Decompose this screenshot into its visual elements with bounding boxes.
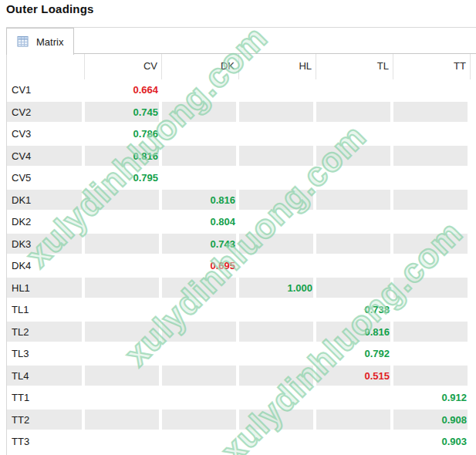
table-row[interactable]: CV10.664 (7, 79, 471, 102)
value-cell: 0.816 (316, 322, 393, 344)
value-cell (393, 167, 471, 190)
value-cell (316, 387, 393, 410)
value-cell (393, 322, 471, 344)
table-row[interactable]: HL11.000 (7, 278, 471, 300)
value-cell (85, 190, 162, 212)
column-header-tt: TT (393, 54, 471, 79)
value-cell (393, 211, 471, 234)
matrix-body: CV10.664CV20.745CV30.786CV40.816CV50.795… (7, 79, 471, 453)
value-cell: 0.792 (316, 343, 393, 366)
table-row[interactable]: DK30.743 (7, 234, 471, 256)
row-label: TT2 (7, 410, 85, 432)
table-row[interactable]: TL20.816 (7, 322, 471, 344)
value-cell (393, 190, 471, 212)
value-cell: 0.816 (162, 190, 239, 212)
value-cell (162, 123, 239, 146)
value-cell (162, 387, 239, 410)
table-row[interactable]: CV40.816 (7, 146, 471, 168)
value-cell (316, 410, 393, 432)
value-cell (316, 146, 393, 168)
value-cell (316, 255, 393, 278)
column-header-dk: DK (162, 54, 239, 79)
value-cell (316, 278, 393, 300)
row-label: CV3 (7, 123, 85, 146)
value-cell: 0.903 (393, 431, 471, 453)
table-row[interactable]: DK10.816 (7, 190, 471, 212)
tab-strip: Matrix (6, 27, 476, 54)
value-cell (85, 234, 162, 256)
table-row[interactable]: DK40.695 (7, 255, 471, 278)
value-cell: 0.795 (85, 167, 162, 190)
row-label: TT1 (7, 387, 85, 410)
page-title: Outer Loadings (6, 2, 94, 15)
value-cell (393, 366, 471, 388)
value-cell (239, 211, 316, 234)
value-cell (239, 431, 316, 453)
value-cell (316, 102, 393, 124)
value-cell (162, 146, 239, 168)
value-cell (239, 410, 316, 432)
table-row[interactable]: TL10.738 (7, 299, 471, 322)
value-cell (85, 211, 162, 234)
value-cell (393, 255, 471, 278)
column-header-hl: HL (239, 54, 316, 79)
value-cell (239, 234, 316, 256)
value-cell (162, 343, 239, 366)
value-cell: 0.912 (393, 387, 471, 410)
row-label: TL4 (7, 366, 85, 388)
value-cell (316, 234, 393, 256)
table-row[interactable]: TL30.792 (7, 343, 471, 366)
value-cell (316, 431, 393, 453)
value-cell: 0.515 (316, 366, 393, 388)
column-header-cv: CV (85, 54, 162, 79)
value-cell (316, 167, 393, 190)
row-label: DK2 (7, 211, 85, 234)
value-cell: 0.804 (162, 211, 239, 234)
tab-matrix-label: Matrix (36, 36, 63, 48)
value-cell (239, 366, 316, 388)
value-cell (162, 410, 239, 432)
value-cell (239, 255, 316, 278)
value-cell (239, 343, 316, 366)
value-cell (85, 343, 162, 366)
column-header-tl: TL (316, 54, 393, 79)
value-cell: 0.908 (393, 410, 471, 432)
matrix-table: CVDKHLTLTT CV10.664CV20.745CV30.786CV40.… (6, 54, 471, 455)
corner-cell (7, 54, 85, 79)
row-label: DK1 (7, 190, 85, 212)
table-row[interactable]: CV30.786 (7, 123, 471, 146)
table-row[interactable]: TT10.912 (7, 387, 471, 410)
value-cell (85, 387, 162, 410)
value-cell (162, 167, 239, 190)
table-row[interactable]: TT20.908 (7, 410, 471, 432)
row-label: DK3 (7, 234, 85, 256)
value-cell (239, 102, 316, 124)
table-row[interactable]: TT30.903 (7, 431, 471, 453)
value-cell: 0.786 (85, 123, 162, 146)
value-cell (162, 299, 239, 322)
tab-matrix[interactable]: Matrix (6, 28, 74, 55)
table-grid-icon (17, 35, 29, 48)
value-cell: 0.738 (316, 299, 393, 322)
row-label: TL1 (7, 299, 85, 322)
value-cell: 0.743 (162, 234, 239, 256)
value-cell (85, 366, 162, 388)
value-cell (239, 322, 316, 344)
value-cell (239, 146, 316, 168)
value-cell (393, 343, 471, 366)
value-cell (239, 167, 316, 190)
value-cell (239, 387, 316, 410)
table-row[interactable]: DK20.804 (7, 211, 471, 234)
table-row[interactable]: CV20.745 (7, 102, 471, 124)
table-row[interactable]: CV50.795 (7, 167, 471, 190)
value-cell (162, 366, 239, 388)
table-row[interactable]: TL40.515 (7, 366, 471, 388)
row-label: DK4 (7, 255, 85, 278)
value-cell (393, 234, 471, 256)
row-label: HL1 (7, 278, 85, 300)
value-cell (316, 211, 393, 234)
value-cell (239, 190, 316, 212)
value-cell: 0.745 (85, 102, 162, 124)
row-label: TL2 (7, 322, 85, 344)
row-label: CV2 (7, 102, 85, 124)
